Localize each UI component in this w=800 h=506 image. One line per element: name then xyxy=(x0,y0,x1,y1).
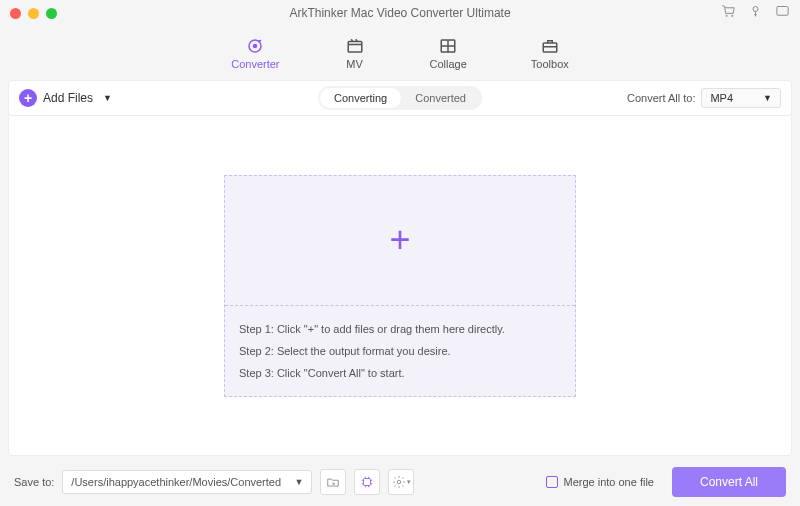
nav-toolbox-label: Toolbox xyxy=(531,58,569,70)
nav-bar: Converter MV Collage Toolbox xyxy=(0,26,800,80)
settings-button[interactable]: ▾ xyxy=(388,469,414,495)
tab-converted[interactable]: Converted xyxy=(401,88,480,108)
nav-mv-label: MV xyxy=(346,58,363,70)
minimize-window-button[interactable] xyxy=(28,8,39,19)
save-path-field[interactable]: /Users/ihappyacethinker/Movies/Converted… xyxy=(62,470,312,494)
open-folder-button[interactable] xyxy=(320,469,346,495)
toolbox-icon xyxy=(539,37,561,55)
convert-all-button[interactable]: Convert All xyxy=(672,467,786,497)
add-files-button[interactable]: + Add Files ▼ xyxy=(19,89,112,107)
titlebar: ArkThinker Mac Video Converter Ultimate xyxy=(0,0,800,26)
chevron-down-icon: ▼ xyxy=(763,93,772,103)
traffic-lights xyxy=(10,8,57,19)
chevron-down-icon[interactable]: ▼ xyxy=(103,93,112,103)
maximize-window-button[interactable] xyxy=(46,8,57,19)
nav-collage[interactable]: Collage xyxy=(430,37,467,70)
format-select[interactable]: MP4 ▼ xyxy=(701,88,781,108)
merge-checkbox[interactable]: Merge into one file xyxy=(546,476,654,488)
checkbox-icon xyxy=(546,476,558,488)
step-2-text: Step 2: Select the output format you des… xyxy=(239,340,561,362)
save-path-value: /Users/ihappyacethinker/Movies/Converted xyxy=(71,476,281,488)
gpu-accel-button[interactable] xyxy=(354,469,380,495)
nav-mv[interactable]: MV xyxy=(344,37,366,70)
tab-converting[interactable]: Converting xyxy=(320,88,401,108)
svg-rect-7 xyxy=(364,479,371,486)
footer: Save to: /Users/ihappyacethinker/Movies/… xyxy=(0,458,800,506)
status-toggle: Converting Converted xyxy=(318,86,482,110)
format-selected-value: MP4 xyxy=(710,92,733,104)
close-window-button[interactable] xyxy=(10,8,21,19)
nav-converter-label: Converter xyxy=(231,58,279,70)
nav-toolbox[interactable]: Toolbox xyxy=(531,37,569,70)
toolbar: + Add Files ▼ Converting Converted Conve… xyxy=(8,80,792,116)
mv-icon xyxy=(344,37,366,55)
svg-point-3 xyxy=(254,44,257,47)
collage-icon xyxy=(437,37,459,55)
dropzone-plus-icon: + xyxy=(389,219,410,261)
feedback-icon[interactable] xyxy=(775,4,790,23)
key-icon[interactable] xyxy=(748,4,763,23)
nav-collage-label: Collage xyxy=(430,58,467,70)
main-area: + Step 1: Click "+" to add files or drag… xyxy=(8,116,792,456)
add-files-label: Add Files xyxy=(43,91,93,105)
dropzone: + Step 1: Click "+" to add files or drag… xyxy=(224,175,576,397)
cart-icon[interactable] xyxy=(721,4,736,23)
dropzone-add-area[interactable]: + xyxy=(225,176,575,306)
svg-point-8 xyxy=(397,480,401,484)
converter-icon xyxy=(244,37,266,55)
step-3-text: Step 3: Click "Convert All" to start. xyxy=(239,362,561,384)
plus-icon: + xyxy=(19,89,37,107)
svg-rect-4 xyxy=(348,41,362,52)
dropzone-instructions: Step 1: Click "+" to add files or drag t… xyxy=(225,306,575,396)
save-to-label: Save to: xyxy=(14,476,54,488)
merge-label: Merge into one file xyxy=(563,476,654,488)
convert-all-to-label: Convert All to: xyxy=(627,92,695,104)
window-title: ArkThinker Mac Video Converter Ultimate xyxy=(289,6,510,20)
nav-converter[interactable]: Converter xyxy=(231,37,279,70)
svg-point-0 xyxy=(753,6,758,11)
chevron-down-icon: ▼ xyxy=(294,477,303,487)
step-1-text: Step 1: Click "+" to add files or drag t… xyxy=(239,318,561,340)
